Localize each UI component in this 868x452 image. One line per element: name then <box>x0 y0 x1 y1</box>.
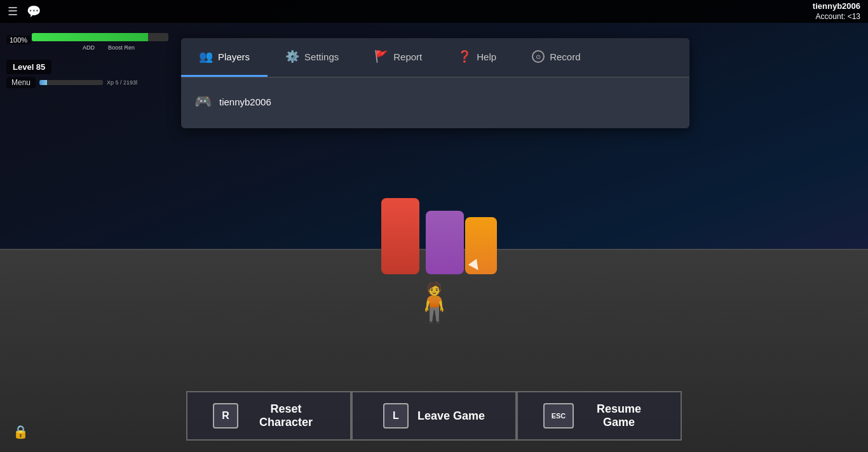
xp-label: Xp 5 / 2193l <box>107 79 137 86</box>
hamburger-icon[interactable]: ☰ <box>8 4 18 18</box>
xp-bar-container <box>39 80 103 85</box>
player-name: tiennyb2006 <box>219 96 271 107</box>
players-list: 🎮 tiennyb2006 <box>181 77 689 128</box>
tab-settings[interactable]: ⚙️ Settings <box>268 38 356 77</box>
reset-key: R <box>213 403 238 429</box>
hud: 100% Boost Ren ADD Level 85 Menu Xp 5 / … <box>6 28 137 88</box>
leave-game-label: Leave Game <box>417 409 485 423</box>
topbar-right: tiennyb2006 Account: <13 <box>813 1 860 22</box>
topbar-left: ☰ 💬 <box>8 4 41 18</box>
green-bar-container <box>32 33 168 41</box>
game-cylinder-1 <box>381 198 419 274</box>
help-icon: ❓ <box>458 50 471 63</box>
player-avatar-icon: 🎮 <box>194 93 212 110</box>
resume-key: ESC <box>543 403 574 429</box>
percent-display: 100% <box>6 36 31 44</box>
menu-label[interactable]: Menu <box>6 77 36 88</box>
reset-character-label: Reset Character <box>247 402 325 429</box>
level-label: Level 85 <box>6 60 51 74</box>
leave-key: L <box>383 403 409 429</box>
game-cylinder-2 <box>426 211 464 274</box>
tab-settings-label: Settings <box>304 51 339 62</box>
boost-label: Boost Ren <box>108 44 135 51</box>
avatar: 🎮 <box>194 93 212 110</box>
game-character: 🧍 <box>410 280 458 325</box>
players-icon: 👥 <box>199 50 213 63</box>
bottom-buttons: R Reset Character L Leave Game ESC Resum… <box>186 391 682 441</box>
resume-game-button[interactable]: ESC Resume Game <box>517 391 682 441</box>
tab-report[interactable]: 🚩 Report <box>356 38 440 77</box>
lock-icon: 🔒 <box>13 424 29 439</box>
player-item[interactable]: 🎮 tiennyb2006 <box>181 83 689 121</box>
tab-help[interactable]: ❓ Help <box>440 38 514 77</box>
xp-bar <box>39 80 47 85</box>
record-icon: ⊙ <box>532 50 545 63</box>
reset-character-button[interactable]: R Reset Character <box>186 391 351 441</box>
topbar-account: Account: <13 <box>813 12 860 22</box>
add-label: ADD <box>83 44 95 51</box>
topbar-username: tiennyb2006 <box>813 1 860 12</box>
leave-game-button[interactable]: L Leave Game <box>351 391 517 441</box>
menu-tabs: 👥 Players ⚙️ Settings 🚩 Report ❓ Help ⊙ … <box>181 38 689 77</box>
green-bar <box>32 33 148 41</box>
tab-record[interactable]: ⊙ Record <box>514 38 598 77</box>
topbar: ☰ 💬 tiennyb2006 Account: <13 <box>0 0 868 23</box>
settings-icon: ⚙️ <box>285 50 299 63</box>
tab-help-label: Help <box>477 51 496 62</box>
tab-players-label: Players <box>218 51 250 62</box>
resume-game-label: Resume Game <box>583 402 655 429</box>
chat-icon[interactable]: 💬 <box>27 4 41 18</box>
report-icon: 🚩 <box>374 50 388 63</box>
menu-panel: 👥 Players ⚙️ Settings 🚩 Report ❓ Help ⊙ … <box>181 38 689 128</box>
tab-report-label: Report <box>393 51 422 62</box>
tab-players[interactable]: 👥 Players <box>181 38 268 77</box>
tab-record-label: Record <box>550 51 580 62</box>
